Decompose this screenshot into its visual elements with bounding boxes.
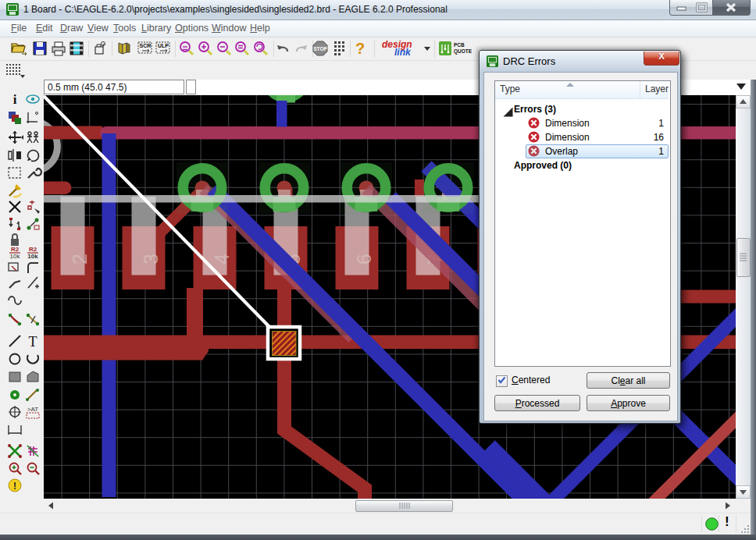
svg-text:?: ?: [355, 40, 365, 57]
svg-text:R2: R2: [29, 246, 37, 253]
svg-text:link: link: [394, 47, 412, 58]
svg-text:ULP: ULP: [158, 43, 169, 48]
svg-text:PCB: PCB: [454, 42, 465, 48]
svg-text:10k: 10k: [10, 253, 21, 260]
svg-text:2: 2: [69, 254, 91, 265]
svg-text:>AT: >AT: [27, 406, 38, 413]
svg-text:3: 3: [140, 254, 162, 265]
svg-text:STOP: STOP: [313, 46, 327, 52]
svg-text:SCR: SCR: [140, 43, 152, 48]
svg-text:T: T: [29, 334, 37, 350]
svg-text:4: 4: [211, 254, 233, 265]
svg-text:i: i: [13, 92, 17, 107]
svg-text:10k: 10k: [27, 253, 38, 260]
svg-text:6: 6: [353, 254, 375, 265]
svg-text:QUOTE: QUOTE: [454, 48, 472, 55]
svg-text:R2: R2: [11, 246, 20, 253]
svg-text:!: !: [13, 481, 16, 492]
